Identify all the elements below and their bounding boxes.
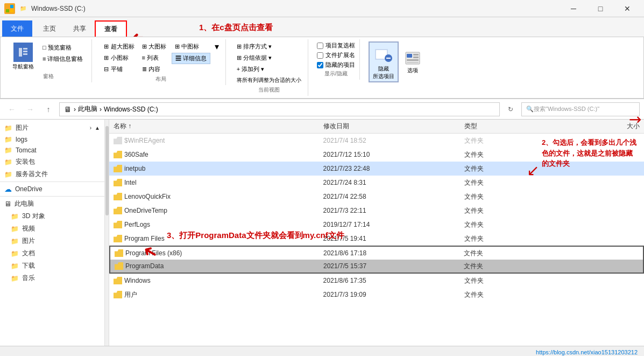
address-text: 此电脑 [78, 104, 97, 114]
layout-small[interactable]: ⊞ 小图标 [101, 53, 137, 63]
sidebar-label-downloads: 下载 [22, 261, 100, 270]
layout-large[interactable]: ⊞ 大图标 [139, 41, 169, 52]
file-name: 360Safe [124, 151, 148, 158]
layout-medium[interactable]: ⊞ 中图标 [172, 41, 210, 52]
up-button[interactable]: ↑ [41, 102, 56, 117]
svg-rect-17 [407, 62, 419, 63]
sidebar-item-pics[interactable]: 📁 图片 [0, 235, 104, 247]
preview-pane-button[interactable]: □ 预览窗格 [38, 43, 87, 53]
sidebar-item-downloads[interactable]: 📁 下载 [0, 260, 104, 272]
sidebar-item-3d[interactable]: 📁 3D 对象 [0, 210, 104, 222]
table-row[interactable]: $WinREAgent 2021/7/4 18:52 文件夹 [109, 134, 644, 148]
table-row[interactable]: inetpub 2021/7/23 22:48 文件夹 [109, 162, 644, 176]
layout-content[interactable]: ≣ 内容 [139, 64, 169, 74]
ribbon-group-current-view: ⊞ 排序方式 ▾ ⊞ 分组依据 ▾ + 添加列 ▾ 将所有列调整为合适的大小 当… [230, 39, 308, 96]
folder-icon: 📁 [11, 250, 19, 257]
address-path[interactable]: 🖥 › 此电脑 › Windows-SSD (C:) [59, 102, 500, 116]
layout-grid: ⊞ 超大图标 ⊞ 大图标 ⊞ 小图标 ≡ 列表 ⊟ 平铺 ≣ 内容 [101, 41, 169, 74]
fit-columns-button[interactable]: 将所有列调整为合适的大小 [235, 75, 303, 85]
layout-detail[interactable]: ☰ 详细信息 [172, 53, 210, 64]
folder-icon: 📁 [4, 171, 12, 178]
ribbon-tabs: 文件 主页 共享 查看 [0, 17, 644, 37]
layout-scroll-down[interactable]: ▾ [213, 41, 221, 52]
sidebar-item-music[interactable]: 📁 音乐 [0, 272, 104, 284]
hide-selected-button[interactable]: 隐藏所选项目 [369, 41, 399, 82]
table-row[interactable]: OneDriveTemp 2021/7/3 22:11 文件夹 [109, 204, 644, 218]
file-name: inetpub [124, 165, 145, 172]
maximize-button[interactable]: □ [588, 0, 613, 17]
sort-by-button[interactable]: ⊞ 排序方式 ▾ [235, 41, 303, 52]
table-row[interactable]: 用户 2021/7/3 19:09 文件夹 [109, 288, 644, 302]
col-header-type[interactable]: 类型 [462, 122, 569, 131]
svg-rect-1 [10, 5, 13, 8]
sidebar-item-logs[interactable]: 📁 logs [0, 134, 104, 145]
options-button[interactable]: 选项 [401, 48, 424, 75]
file-date: 2021/7/4 18:52 [321, 137, 462, 144]
ribbon-group-layout: ⊞ 超大图标 ⊞ 大图标 ⊞ 小图标 ≡ 列表 ⊟ 平铺 ≣ 内容 ⊞ 中图标 … [96, 39, 225, 85]
file-type: 文件夹 [462, 220, 569, 229]
tab-view[interactable]: 查看 [95, 20, 127, 37]
sidebar: 📁 图片 › ▲ 📁 logs 📁 Tomcat 📁 安装包 📁 服务器文件 [0, 120, 105, 346]
sidebar-item-docs[interactable]: 📁 文档 [0, 247, 104, 260]
hidden-items-checkbox[interactable] [317, 62, 323, 68]
sidebar-scrollbar[interactable] [105, 120, 109, 346]
layout-tile[interactable]: ⊟ 平铺 [101, 64, 137, 74]
col-header-name[interactable]: 名称 ↑ [111, 122, 321, 131]
extension-checkbox[interactable] [317, 52, 323, 59]
window-title: Windows-SSD (C:) [31, 5, 561, 12]
table-row[interactable]: ProgramData 2021/7/5 15:37 文件夹 [109, 260, 644, 274]
back-button[interactable]: ← [4, 102, 19, 117]
col-header-size[interactable]: 大小 [569, 122, 642, 131]
add-column-button[interactable]: + 添加列 ▾ [235, 64, 303, 74]
drive-text: Windows-SSD (C:) [104, 106, 158, 113]
options-label: 选项 [407, 67, 418, 74]
forward-button[interactable]: → [23, 102, 38, 117]
search-box[interactable]: 🔍 搜索"Windows-SSD (C:)" [521, 102, 640, 116]
col-header-date[interactable]: 修改日期 [321, 122, 462, 131]
sidebar-divider-2 [0, 196, 104, 197]
detail-pane-button[interactable]: ≡ 详细信息窗格 [38, 54, 87, 64]
svg-rect-16 [407, 59, 419, 61]
tab-file[interactable]: 文件 [2, 20, 32, 37]
table-row[interactable]: LenovoQuickFix 2021/7/4 22:58 文件夹 [109, 190, 644, 204]
folder-icon: 📁 [11, 225, 19, 233]
minimize-button[interactable]: ─ [561, 0, 586, 17]
sidebar-item-computer[interactable]: 🖥 此电脑 [0, 198, 104, 210]
folder-icon: 📁 [11, 262, 19, 270]
layout-group-label: 布局 [101, 75, 221, 83]
table-row[interactable]: 360Safe 2021/7/12 15:10 文件夹 [109, 148, 644, 162]
layout-list[interactable]: ≡ 列表 [139, 53, 169, 63]
file-date: 2021/7/12 15:10 [321, 151, 462, 158]
sidebar-item-pictures[interactable]: 📁 图片 › ▲ [0, 122, 104, 134]
sidebar-item-video[interactable]: 📁 视频 [0, 222, 104, 235]
cloud-icon: ☁ [4, 185, 12, 193]
table-row[interactable]: Program Files 2021/7/5 19:41 文件夹 [109, 232, 644, 246]
sidebar-item-install[interactable]: 📁 安装包 [0, 156, 104, 168]
refresh-button[interactable]: ↻ [503, 102, 518, 117]
table-row[interactable]: PerfLogs 2019/12/7 17:14 文件夹 [109, 218, 644, 232]
tab-home[interactable]: 主页 [34, 20, 65, 37]
expand-arrow: › [90, 125, 91, 131]
group-by-button[interactable]: ⊞ 分组依据 ▾ [235, 53, 303, 63]
window-icon [4, 3, 15, 14]
sidebar-item-onedrive[interactable]: ☁ OneDrive [0, 183, 104, 195]
nav-pane-button[interactable]: 导航窗格 [9, 41, 37, 72]
table-row[interactable]: Windows 2021/8/6 17:35 文件夹 [109, 274, 644, 288]
folder-icon: 📁 [4, 158, 12, 166]
layout-extra-large[interactable]: ⊞ 超大图标 [101, 41, 137, 52]
item-checkbox[interactable] [317, 43, 323, 49]
file-date: 2021/7/5 19:41 [321, 235, 462, 242]
table-row[interactable]: Program Files (x86) 2021/8/6 17:18 文件夹 [109, 246, 644, 260]
close-button[interactable]: ✕ [615, 0, 640, 17]
file-date: 2021/8/6 17:18 [321, 249, 462, 257]
computer-icon: 🖥 [4, 200, 11, 208]
show-hide-label: 显示/隐藏 [317, 70, 355, 78]
table-row[interactable]: Intel 2021/7/24 8:31 文件夹 [109, 176, 644, 190]
sidebar-item-server[interactable]: 📁 服务器文件 [0, 168, 104, 180]
svg-rect-6 [23, 51, 27, 52]
file-name: Intel [124, 179, 137, 186]
sidebar-item-tomcat[interactable]: 📁 Tomcat [0, 145, 104, 156]
search-placeholder: 搜索"Windows-SSD (C:)" [534, 105, 599, 113]
main-area: 📁 图片 › ▲ 📁 logs 📁 Tomcat 📁 安装包 📁 服务器文件 [0, 120, 644, 346]
tab-share[interactable]: 共享 [65, 20, 95, 37]
